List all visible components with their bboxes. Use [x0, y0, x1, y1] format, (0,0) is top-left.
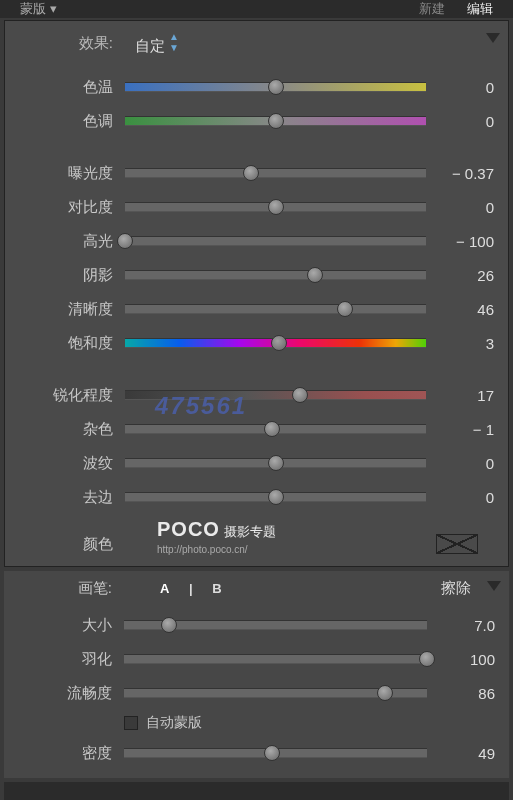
color-swatch[interactable]: [436, 534, 478, 554]
slider-value-saturation: 3: [434, 335, 500, 352]
slider-thumb-noise[interactable]: [264, 421, 280, 437]
slider-track-moire[interactable]: [125, 458, 426, 468]
slider-track-temperature[interactable]: [125, 82, 426, 92]
slider-label-flow: 流畅度: [12, 684, 124, 703]
slider-tint: 色调 0: [13, 104, 500, 138]
top-tab-bar: 蒙版 ▾ 新建 编辑: [0, 0, 513, 18]
brush-title: 画笔:: [12, 579, 124, 598]
brush-b-button[interactable]: B: [212, 581, 221, 596]
slider-temperature: 色温 0: [13, 70, 500, 104]
slider-value-density: 49: [435, 745, 501, 762]
slider-flow: 流畅度 86: [12, 676, 501, 710]
brand-watermark: POCO 摄影专题 http://photo.poco.cn/: [157, 518, 276, 556]
tab-mask[interactable]: 蒙版 ▾: [20, 0, 57, 18]
slider-thumb-feather[interactable]: [419, 651, 435, 667]
brush-panel: 画笔: A | B 擦除 大小 7.0 羽化 100 流畅度 86 自动蒙版 密…: [4, 571, 509, 778]
slider-track-flow[interactable]: [124, 688, 427, 698]
slider-track-defringe[interactable]: [125, 492, 426, 502]
slider-shadows: 阴影 26: [13, 258, 500, 292]
slider-value-noise: − 1: [434, 421, 500, 438]
slider-contrast: 对比度 0: [13, 190, 500, 224]
slider-label-clarity: 清晰度: [13, 300, 125, 319]
slider-value-size: 7.0: [435, 617, 501, 634]
slider-track-noise[interactable]: [125, 424, 426, 434]
slider-moire: 波纹 0: [13, 446, 500, 480]
slider-value-highlights: − 100: [434, 233, 500, 250]
slider-thumb-temperature[interactable]: [268, 79, 284, 95]
slider-thumb-tint[interactable]: [268, 113, 284, 129]
dropdown-arrows-icon: ▲▼: [169, 31, 179, 53]
automask-label: 自动蒙版: [146, 714, 202, 732]
color-label: 颜色: [13, 535, 125, 554]
slider-label-temperature: 色温: [13, 78, 125, 97]
slider-value-clarity: 46: [434, 301, 500, 318]
slider-value-shadows: 26: [434, 267, 500, 284]
slider-track-sharpness[interactable]: [125, 390, 426, 400]
slider-value-tint: 0: [434, 113, 500, 130]
bottom-bar: [4, 782, 509, 800]
slider-sharpness: 锐化程度 17: [13, 378, 500, 412]
slider-label-saturation: 饱和度: [13, 334, 125, 353]
slider-thumb-size[interactable]: [161, 617, 177, 633]
tab-edit[interactable]: 编辑: [467, 1, 493, 16]
tab-new[interactable]: 新建: [419, 1, 445, 16]
slider-label-defringe: 去边: [13, 488, 125, 507]
slider-track-contrast[interactable]: [125, 202, 426, 212]
effects-panel: 效果: 自定▲▼ 色温 0 色调 0 曝光度 − 0.37 对比度 0 高光 −: [4, 20, 509, 567]
slider-value-temperature: 0: [434, 79, 500, 96]
slider-track-feather[interactable]: [124, 654, 427, 664]
effects-title: 效果:: [13, 34, 113, 53]
slider-label-density: 密度: [12, 744, 124, 763]
slider-track-saturation[interactable]: [125, 338, 426, 348]
slider-thumb-highlights[interactable]: [117, 233, 133, 249]
slider-value-flow: 86: [435, 685, 501, 702]
slider-label-highlights: 高光: [13, 232, 125, 251]
slider-label-feather: 羽化: [12, 650, 124, 669]
preset-dropdown[interactable]: 自定▲▼: [135, 31, 179, 56]
slider-track-density[interactable]: [124, 748, 427, 758]
slider-value-feather: 100: [435, 651, 501, 668]
slider-thumb-flow[interactable]: [377, 685, 393, 701]
slider-highlights: 高光 − 100: [13, 224, 500, 258]
panel-collapse-icon[interactable]: [486, 33, 500, 43]
slider-saturation: 饱和度 3: [13, 326, 500, 360]
slider-clarity: 清晰度 46: [13, 292, 500, 326]
slider-label-size: 大小: [12, 616, 124, 635]
slider-exposure: 曝光度 − 0.37: [13, 156, 500, 190]
slider-thumb-exposure[interactable]: [243, 165, 259, 181]
brush-collapse-icon[interactable]: [487, 581, 501, 591]
slider-noise: 杂色 − 1: [13, 412, 500, 446]
slider-label-exposure: 曝光度: [13, 164, 125, 183]
slider-track-exposure[interactable]: [125, 168, 426, 178]
slider-label-moire: 波纹: [13, 454, 125, 473]
slider-thumb-defringe[interactable]: [268, 489, 284, 505]
slider-track-size[interactable]: [124, 620, 427, 630]
erase-button[interactable]: 擦除: [441, 579, 471, 598]
slider-label-noise: 杂色: [13, 420, 125, 439]
slider-thumb-contrast[interactable]: [268, 199, 284, 215]
automask-checkbox[interactable]: [124, 716, 138, 730]
slider-feather: 羽化 100: [12, 642, 501, 676]
slider-density: 密度 49: [12, 736, 501, 770]
slider-value-defringe: 0: [434, 489, 500, 506]
slider-value-contrast: 0: [434, 199, 500, 216]
slider-track-highlights[interactable]: [125, 236, 426, 246]
slider-track-clarity[interactable]: [125, 304, 426, 314]
slider-label-tint: 色调: [13, 112, 125, 131]
slider-track-shadows[interactable]: [125, 270, 426, 280]
slider-thumb-saturation[interactable]: [271, 335, 287, 351]
slider-thumb-sharpness[interactable]: [292, 387, 308, 403]
slider-thumb-density[interactable]: [264, 745, 280, 761]
slider-size: 大小 7.0: [12, 608, 501, 642]
slider-value-sharpness: 17: [434, 387, 500, 404]
slider-thumb-shadows[interactable]: [307, 267, 323, 283]
slider-label-shadows: 阴影: [13, 266, 125, 285]
brush-a-button[interactable]: A: [160, 581, 169, 596]
slider-value-moire: 0: [434, 455, 500, 472]
slider-label-contrast: 对比度: [13, 198, 125, 217]
slider-thumb-clarity[interactable]: [337, 301, 353, 317]
slider-track-tint[interactable]: [125, 116, 426, 126]
slider-defringe: 去边 0: [13, 480, 500, 514]
slider-thumb-moire[interactable]: [268, 455, 284, 471]
slider-value-exposure: − 0.37: [434, 165, 500, 182]
